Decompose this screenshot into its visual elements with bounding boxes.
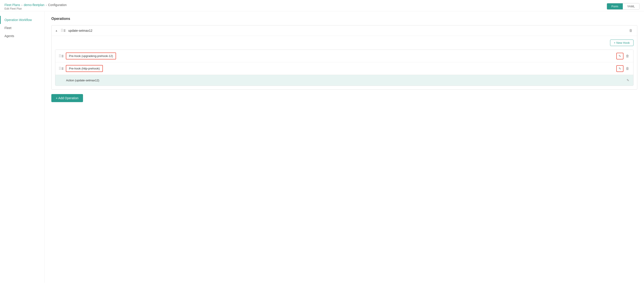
breadcrumb-fleet-plans[interactable]: Fleet Plans (4, 3, 20, 7)
delete-operation-icon[interactable]: 🗑 (628, 28, 634, 33)
action-label: Action (update-setmax12) (58, 79, 624, 82)
breadcrumb-sep2: › (46, 3, 47, 7)
breadcrumb-fleet-plan-name[interactable]: demo-fleetplan (24, 3, 44, 7)
add-operation-button[interactable]: + Add Operation (51, 94, 83, 102)
hooks-container: ⠿ Pre-hook (upgradeng-prehook-12) ✎ 🗑 (55, 50, 634, 86)
chevron-up-icon[interactable]: ▲ (55, 29, 58, 32)
main-layout: Operation Workflow Fleet Agents Operatio… (0, 12, 644, 283)
hook-label-1: Pre-hook (upgradeng-prehook-12) (66, 53, 614, 60)
operation-header: ▲ ⠿ update-setmax12 🗑 (52, 26, 637, 36)
action-actions: ✎ (626, 78, 630, 83)
breadcrumb-bar: Fleet Plans › demo-fleetplan › Configura… (0, 0, 644, 12)
new-hook-button[interactable]: + New Hook (610, 40, 634, 46)
hook-actions-2: ✎ 🗑 (616, 65, 630, 72)
new-hook-row: + New Hook (55, 40, 634, 46)
drag-handle-hook1[interactable]: ⠿ (58, 54, 64, 59)
sidebar-item-fleet[interactable]: Fleet (0, 24, 44, 32)
hook-label-2: Pre-hook (http-prehook) (66, 65, 614, 72)
hook-row-1: ⠿ Pre-hook (upgradeng-prehook-12) ✎ 🗑 (55, 50, 633, 62)
operation-body: + New Hook ⠿ Pre-hook (upgradeng-prehook… (52, 36, 637, 89)
sidebar-item-operation-workflow[interactable]: Operation Workflow (0, 16, 44, 24)
sidebar: Operation Workflow Fleet Agents (0, 12, 45, 283)
hook-row-2: ⠿ Pre-hook (http-prehook) ✎ 🗑 (55, 62, 633, 75)
breadcrumb-current: Configuration (48, 3, 66, 7)
edit-action-button[interactable]: ✎ (626, 78, 630, 83)
yaml-toggle-button[interactable]: YAML (623, 3, 639, 10)
hook-label-box-1: Pre-hook (upgradeng-prehook-12) (66, 53, 116, 60)
operation-name: update-setmax12 (68, 29, 626, 32)
section-title: Operations (51, 17, 637, 21)
main-content: Operations ▲ ⠿ update-setmax12 🗑 + New H… (45, 12, 644, 283)
hook-label-box-2: Pre-hook (http-prehook) (66, 65, 103, 72)
operation-card: ▲ ⠿ update-setmax12 🗑 + New Hook (51, 25, 637, 90)
drag-handle-hook2[interactable]: ⠿ (58, 66, 64, 71)
delete-hook1-icon[interactable]: 🗑 (625, 54, 630, 59)
drag-handle-operation[interactable]: ⠿ (60, 28, 66, 33)
breadcrumb-sep1: › (22, 3, 22, 7)
edit-hook1-button[interactable]: ✎ (616, 53, 624, 60)
form-toggle-button[interactable]: Form (607, 3, 622, 10)
view-toggle: Form YAML (607, 3, 640, 10)
breadcrumb: Fleet Plans › demo-fleetplan › Configura… (4, 3, 640, 7)
edit-hook2-button[interactable]: ✎ (616, 65, 624, 72)
action-row: Action (update-setmax12) ✎ (55, 75, 633, 86)
hook-actions-1: ✎ 🗑 (616, 53, 630, 60)
breadcrumb-subtitle: Edit Fleet Plan (4, 7, 640, 10)
delete-hook2-icon[interactable]: 🗑 (625, 66, 630, 71)
sidebar-item-agents[interactable]: Agents (0, 32, 44, 40)
